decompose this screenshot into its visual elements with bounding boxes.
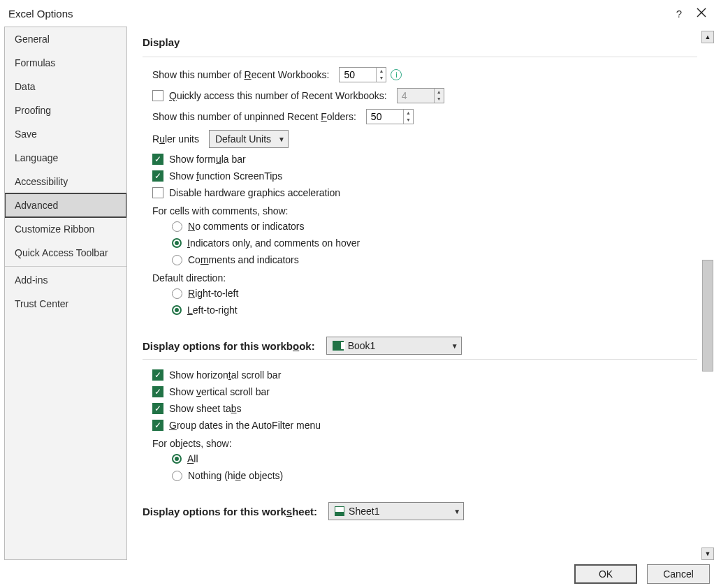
direction-rtl-label: Right-to-left <box>188 288 238 299</box>
chevron-down-icon: ▼ <box>453 508 460 515</box>
disable-hw-graphics-checkbox[interactable] <box>152 187 169 198</box>
sidebar-item-formulas[interactable]: Formulas <box>5 51 126 75</box>
sidebar-item-save[interactable]: Save <box>5 122 126 146</box>
close-icon <box>697 8 706 17</box>
sidebar-item-customize-ribbon[interactable]: Customize Ribbon <box>5 217 126 241</box>
recent-workbooks-label: Show this number of Recent Workbooks: <box>152 69 329 80</box>
show-sheet-tabs-checkbox[interactable]: ✓ <box>152 403 169 414</box>
vertical-scrollbar[interactable]: ▲ ▼ <box>701 31 714 560</box>
info-icon[interactable]: i <box>391 69 402 80</box>
divider <box>143 359 697 360</box>
show-hscroll-checkbox[interactable]: ✓ <box>152 369 169 381</box>
ruler-units-select[interactable]: Default Units ▼ <box>209 130 289 148</box>
quick-access-checkbox[interactable] <box>152 90 169 101</box>
sidebar-item-proofing[interactable]: Proofing <box>5 98 126 122</box>
objects-all-radio[interactable] <box>172 454 187 464</box>
spin-up-icon[interactable]: ▲ <box>404 110 413 117</box>
comments-and-indicators-label: Comments and indicators <box>188 254 299 265</box>
sidebar-item-general[interactable]: General <box>5 27 126 51</box>
sidebar-item-trust-center[interactable]: Trust Center <box>5 292 126 316</box>
quick-access-label: Quickly access this number of Recent Wor… <box>169 90 387 101</box>
worksheet-select-value: Sheet1 <box>349 506 446 517</box>
help-button[interactable]: ? <box>669 8 689 20</box>
scroll-thumb[interactable] <box>702 260 713 372</box>
show-hscroll-label: Show horizontal scroll bar <box>169 369 281 381</box>
show-screentips-label: Show function ScreenTips <box>169 170 282 182</box>
ruler-units-value: Default Units <box>215 133 271 145</box>
close-button[interactable] <box>689 8 714 20</box>
cancel-button[interactable]: Cancel <box>647 564 710 584</box>
comments-and-indicators-radio[interactable] <box>172 255 188 265</box>
workbook-select-value: Book1 <box>348 340 444 351</box>
quick-access-spinner: ▲▼ <box>397 88 444 103</box>
chevron-down-icon: ▼ <box>451 342 458 350</box>
workbook-select[interactable]: Book1 ▼ <box>326 337 462 355</box>
recent-folders-label: Show this number of unpinned Recent Fold… <box>152 111 356 122</box>
sidebar-item-language[interactable]: Language <box>5 146 126 170</box>
spin-up-icon: ▲ <box>435 89 444 96</box>
spin-down-icon: ▼ <box>435 96 444 103</box>
ok-button[interactable]: OK <box>574 564 637 584</box>
objects-none-radio[interactable] <box>172 471 188 481</box>
section-display-heading: Display <box>143 31 697 55</box>
group-dates-checkbox[interactable]: ✓ <box>152 420 169 431</box>
show-screentips-checkbox[interactable]: ✓ <box>152 170 169 182</box>
direction-group-label: Default direction: <box>152 272 226 284</box>
scroll-track[interactable] <box>701 43 714 547</box>
sidebar-item-advanced[interactable]: Advanced <box>4 193 127 218</box>
comments-indicators-radio[interactable] <box>172 238 187 248</box>
scroll-down-button[interactable]: ▼ <box>701 547 714 560</box>
category-sidebar: General Formulas Data Proofing Save Lang… <box>4 27 127 560</box>
recent-folders-input[interactable] <box>367 110 403 124</box>
spin-down-icon[interactable]: ▼ <box>377 75 386 82</box>
comments-none-label: No comments or indicators <box>188 221 305 232</box>
recent-folders-spinner[interactable]: ▲▼ <box>366 109 414 124</box>
sidebar-item-add-ins[interactable]: Add-ins <box>5 268 126 292</box>
objects-all-label: All <box>187 453 198 464</box>
excel-icon <box>333 341 344 351</box>
content-area: Display Show this number of Recent Workb… <box>127 27 717 560</box>
comments-none-radio[interactable] <box>172 221 188 232</box>
section-workbook-heading: Display options for this workbook: <box>143 340 315 352</box>
recent-workbooks-spinner[interactable]: ▲▼ <box>339 67 386 82</box>
worksheet-icon <box>335 506 344 516</box>
group-dates-label: Group dates in the AutoFilter menu <box>169 420 321 431</box>
comments-group-label: For cells with comments, show: <box>152 205 289 216</box>
direction-ltr-radio[interactable] <box>172 305 187 315</box>
show-sheet-tabs-label: Show sheet tabs <box>169 403 242 414</box>
show-vscroll-checkbox[interactable]: ✓ <box>152 386 169 397</box>
ruler-units-label: Ruler units <box>152 133 199 145</box>
quick-access-input <box>398 89 434 103</box>
titlebar: Excel Options ? <box>0 0 721 27</box>
scroll-up-button[interactable]: ▲ <box>701 31 714 43</box>
sidebar-separator <box>5 266 126 267</box>
dialog-title: Excel Options <box>8 8 669 20</box>
recent-workbooks-input[interactable] <box>340 68 376 82</box>
objects-none-label: Nothing (hide objects) <box>188 470 283 481</box>
direction-rtl-radio[interactable] <box>172 288 188 299</box>
worksheet-select[interactable]: Sheet1 ▼ <box>328 502 464 520</box>
direction-ltr-label: Left-to-right <box>187 304 238 316</box>
show-formula-bar-checkbox[interactable]: ✓ <box>152 154 169 165</box>
spin-down-icon[interactable]: ▼ <box>404 117 413 124</box>
excel-options-dialog: Excel Options ? General Formulas Data Pr… <box>0 0 721 588</box>
show-vscroll-label: Show vertical scroll bar <box>169 386 270 397</box>
sidebar-item-quick-access-toolbar[interactable]: Quick Access Toolbar <box>5 241 126 265</box>
dialog-footer: OK Cancel <box>0 560 721 588</box>
divider <box>143 57 697 57</box>
sidebar-item-data[interactable]: Data <box>5 75 126 98</box>
objects-group-label: For objects, show: <box>152 438 232 449</box>
section-worksheet-heading: Display options for this worksheet: <box>143 506 317 517</box>
comments-indicators-label: Indicators only, and comments on hover <box>187 237 360 249</box>
sidebar-item-accessibility[interactable]: Accessibility <box>5 170 126 193</box>
show-formula-bar-label: Show formula bar <box>169 154 246 165</box>
spin-up-icon[interactable]: ▲ <box>377 68 386 75</box>
chevron-down-icon: ▼ <box>278 135 285 143</box>
disable-hw-graphics-label: Disable hardware graphics acceleration <box>169 187 340 198</box>
